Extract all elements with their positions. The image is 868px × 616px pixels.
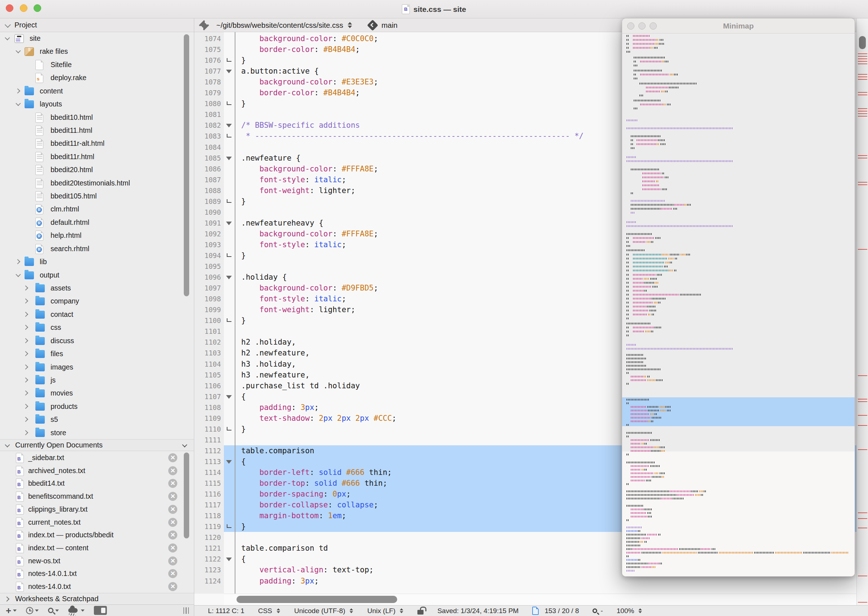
close-document-icon[interactable]: ✕ (168, 556, 177, 566)
tree-item-rake-files[interactable]: rake files (0, 45, 194, 58)
fold-end-icon[interactable] (227, 318, 232, 322)
tree-item-lib[interactable]: lib (0, 256, 194, 269)
open-docs-scrollbar-thumb[interactable] (184, 453, 189, 538)
fold-end-icon[interactable] (227, 253, 232, 257)
horizontal-scrollbar[interactable] (224, 594, 857, 605)
open-doc-row[interactable]: Bnotes-14.0.txt✕ (0, 580, 194, 593)
tree-item-bbedit11-html[interactable]: bbedit11.html (0, 124, 194, 137)
close-document-icon[interactable]: ✕ (168, 569, 177, 578)
search-button[interactable] (48, 608, 59, 613)
open-doc-row[interactable]: Bbenefitscommand.txt✕ (0, 490, 194, 503)
minimap-content[interactable] (622, 33, 855, 576)
open-documents-header[interactable]: Currently Open Documents (0, 439, 194, 451)
disclosure-right-icon[interactable] (23, 325, 28, 330)
fold-end-icon[interactable] (227, 134, 232, 137)
horizontal-scrollbar-thumb[interactable] (236, 596, 397, 603)
disclosure-right-icon[interactable] (23, 404, 28, 409)
path-stepper-icon[interactable] (348, 22, 352, 28)
disclosure-right-icon[interactable] (23, 430, 28, 435)
tree-item-bbedit10-html[interactable]: bbedit10.html (0, 111, 194, 124)
fold-end-icon[interactable] (227, 199, 232, 203)
disclosure-right-icon[interactable] (23, 338, 28, 343)
fold-open-icon[interactable] (226, 70, 232, 73)
tree-item-bbedit11r-alt-html[interactable]: bbedit11r-alt.html (0, 137, 194, 151)
fold-open-icon[interactable] (226, 157, 232, 160)
open-doc-row[interactable]: Bindex.txt — content✕ (0, 542, 194, 555)
disclosure-right-icon[interactable] (23, 390, 28, 396)
sidebar-divider[interactable] (194, 19, 194, 616)
disclosure-down-icon[interactable] (16, 48, 20, 53)
tree-item-files[interactable]: files (0, 347, 194, 361)
disclosure-right-icon[interactable] (23, 312, 28, 317)
worksheets-header[interactable]: Worksheets & Scratchpad (0, 593, 194, 605)
open-documents-chevron-icon[interactable] (5, 442, 10, 448)
tree-item-site[interactable]: site (0, 32, 194, 46)
close-document-icon[interactable]: ✕ (168, 453, 177, 462)
tree-item-content[interactable]: content (0, 85, 194, 98)
sidebar-resize-grip[interactable] (183, 607, 189, 614)
tree-item-assets[interactable]: assets (0, 282, 194, 295)
tree-item-company[interactable]: company (0, 295, 194, 308)
disclosure-right-icon[interactable] (23, 299, 28, 303)
sidebar-toggle-button[interactable] (94, 606, 107, 615)
close-document-icon[interactable]: ✕ (168, 518, 177, 527)
fold-end-icon[interactable] (227, 58, 232, 62)
disclosure-down-icon[interactable] (5, 35, 10, 41)
tree-item-bbedit11r-html[interactable]: bbedit11r.html (0, 151, 194, 164)
cloud-button[interactable] (68, 608, 85, 613)
open-doc-row[interactable]: Bnotes-14.0.1.txt✕ (0, 567, 194, 580)
fold-open-icon[interactable] (226, 276, 232, 279)
open-doc-row[interactable]: Bbbedit14.txt✕ (0, 477, 194, 490)
open-doc-row[interactable]: Bnew-os.txt✕ (0, 555, 194, 568)
fold-open-icon[interactable] (226, 222, 232, 225)
tree-item-products[interactable]: products (0, 400, 194, 413)
disclosure-down-icon[interactable] (16, 272, 20, 277)
tree-item-default-rhtml[interactable]: Rdefault.rhtml (0, 216, 194, 229)
open-doc-row[interactable]: Bcurrent_notes.txt✕ (0, 516, 194, 529)
fold-open-icon[interactable] (226, 395, 232, 399)
worksheets-chevron-icon[interactable] (4, 597, 9, 602)
close-document-icon[interactable]: ✕ (168, 582, 177, 591)
fold-end-icon[interactable] (227, 427, 232, 431)
encoding-menu[interactable]: Unicode (UTF-8) (294, 607, 353, 615)
close-document-icon[interactable]: ✕ (168, 505, 177, 514)
fold-open-icon[interactable] (226, 558, 232, 561)
file-path-dropdown[interactable]: ~/git/bbsw/website/content/css/site.css (216, 21, 343, 30)
gear-icon[interactable] (200, 21, 208, 30)
tree-item-movies[interactable]: movies (0, 387, 194, 400)
tree-item-layouts[interactable]: layouts (0, 98, 194, 111)
disclosure-right-icon[interactable] (23, 364, 28, 369)
tree-scrollbar-thumb[interactable] (184, 34, 189, 296)
tree-item-contact[interactable]: contact (0, 308, 194, 322)
add-button[interactable]: + (6, 607, 17, 614)
recent-documents-button[interactable] (26, 607, 39, 614)
close-document-icon[interactable]: ✕ (168, 492, 177, 501)
fold-end-icon[interactable] (227, 524, 232, 528)
close-document-icon[interactable]: ✕ (168, 479, 177, 488)
vertical-scrollbar-thumb[interactable] (859, 36, 866, 49)
disclosure-right-icon[interactable] (23, 286, 28, 291)
disclosure-right-icon[interactable] (15, 259, 20, 264)
tree-item-s5[interactable]: s5 (0, 413, 194, 427)
minimap-window[interactable]: Minimap (622, 18, 855, 577)
tree-item-output[interactable]: output (0, 269, 194, 282)
minimap-title-bar[interactable]: Minimap (622, 19, 855, 33)
document-proxy-icon[interactable]: B (402, 4, 410, 14)
vertical-scrollbar[interactable] (857, 19, 868, 605)
tree-item-bbedit105-html[interactable]: bbedit105.html (0, 190, 194, 203)
git-branch-name[interactable]: main (382, 21, 397, 30)
fold-open-icon[interactable] (226, 460, 232, 464)
project-disclosure-chevron-icon[interactable] (5, 22, 11, 28)
tree-item-deploy-rake[interactable]: sdeploy.rake (0, 71, 194, 85)
document-info-icon[interactable] (532, 607, 539, 615)
fold-end-icon[interactable] (227, 101, 232, 105)
code-line-1124[interactable]: padding: 3px; (224, 575, 857, 586)
open-doc-row[interactable]: Bclippings_library.txt✕ (0, 503, 194, 516)
disclosure-down-icon[interactable] (16, 101, 20, 106)
open-documents-menu-chevron-icon[interactable] (182, 442, 187, 448)
fold-open-icon[interactable] (226, 124, 232, 127)
disclosure-right-icon[interactable] (23, 417, 28, 422)
language-menu[interactable]: CSS (258, 607, 280, 615)
disclosure-right-icon[interactable] (23, 377, 28, 382)
tree-item-js[interactable]: js (0, 374, 194, 387)
